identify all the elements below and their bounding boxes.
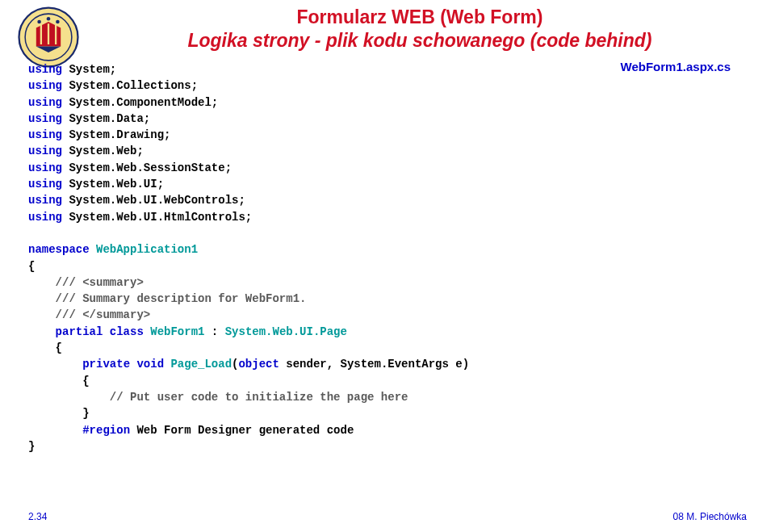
kw-using: using — [28, 161, 62, 174]
svg-point-3 — [47, 17, 51, 21]
kw-private-void: private void — [82, 358, 170, 371]
method-name: Page_Load — [170, 358, 232, 371]
kw-using: using — [28, 145, 62, 157]
filename-label: WebForm1.aspx.cs — [621, 60, 731, 73]
code-text: System.Collections; — [62, 79, 198, 92]
svg-point-2 — [37, 20, 41, 24]
brace: { — [28, 375, 90, 387]
code-text: sender, System.EventArgs e) — [279, 358, 469, 371]
university-seal-logo — [18, 6, 79, 68]
kw-object: object — [238, 358, 279, 371]
brace: } — [28, 440, 35, 453]
kw-using: using — [28, 96, 62, 109]
brace: { — [28, 341, 62, 354]
code-text: System.Drawing; — [62, 128, 170, 141]
code-text: System.Data; — [62, 112, 150, 125]
indent — [28, 358, 82, 371]
kw-using: using — [28, 178, 62, 191]
title-line-2: Logika strony - plik kodu schowanego (co… — [89, 30, 751, 52]
kw-using: using — [28, 112, 62, 125]
kw-using: using — [28, 63, 62, 76]
code-text: : — [204, 325, 224, 338]
region-text: Web Form Designer generated code — [136, 424, 354, 437]
kw-namespace: namespace — [28, 243, 96, 256]
kw-using: using — [28, 194, 62, 207]
type-name: WebForm1 — [150, 325, 204, 338]
brace: } — [28, 407, 90, 420]
xml-comment: /// <summary> — [28, 276, 144, 289]
xml-comment: /// Summary description for WebForm1. — [28, 292, 306, 305]
code-text: System.ComponentModel; — [62, 96, 218, 109]
indent — [28, 424, 82, 437]
kw-using: using — [28, 128, 62, 141]
kw-class: partial class — [56, 325, 151, 338]
slide-title: Formularz WEB (Web Form) Logika strony -… — [89, 6, 751, 52]
xml-comment: /// </summary> — [28, 308, 150, 321]
indent — [28, 325, 56, 338]
author-label: 08 M. Piechówka — [673, 511, 747, 522]
svg-point-4 — [56, 20, 60, 24]
code-text: System.Web.UI.WebControls; — [62, 194, 245, 207]
kw-using: using — [28, 79, 62, 92]
kw-using: using — [28, 211, 62, 224]
brace: { — [28, 260, 35, 273]
page-number: 2.34 — [28, 511, 47, 522]
code-text: System.Web.SessionState; — [62, 161, 232, 174]
code-text: System; — [62, 63, 116, 76]
code-listing: using System; using System.Collections; … — [28, 61, 469, 455]
code-text: System.Web.UI.HtmlControls; — [62, 211, 252, 224]
code-text: System.Web.UI; — [62, 178, 164, 191]
kw-region: #region — [82, 424, 136, 437]
line-comment: // Put user code to initialize the page … — [28, 391, 408, 404]
title-line-1: Formularz WEB (Web Form) — [89, 6, 751, 28]
type-name: System.Web.UI.Page — [225, 325, 347, 338]
code-text: System.Web; — [62, 145, 144, 157]
type-name: WebApplication1 — [96, 243, 198, 256]
